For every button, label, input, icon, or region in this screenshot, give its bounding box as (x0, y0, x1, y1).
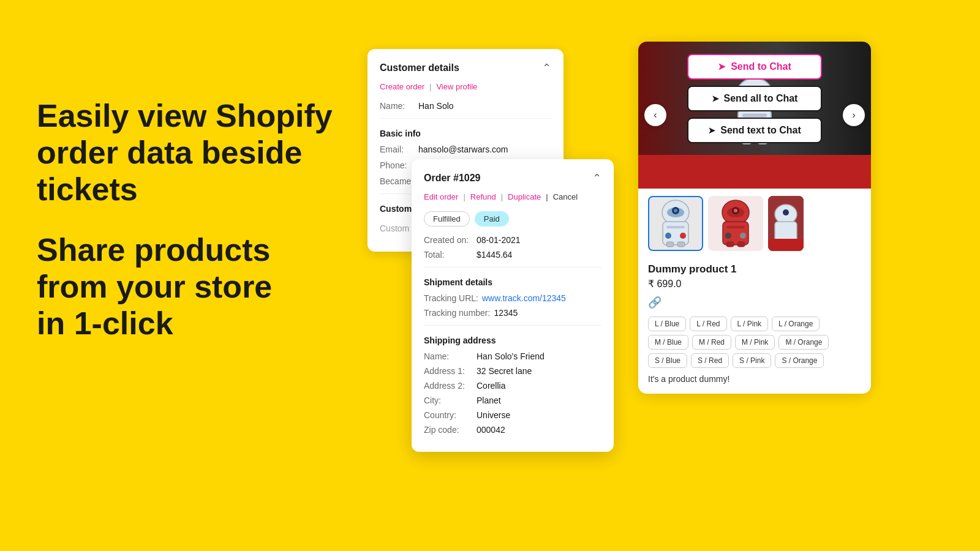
cancel-link[interactable]: Cancel (553, 192, 578, 201)
email-value: hansolo@starwars.com (418, 144, 508, 154)
customer-card-title: Customer details (380, 62, 459, 73)
thumb-r2d2-dark-svg (768, 196, 804, 251)
product-price: ₹ 699.0 (648, 278, 861, 290)
send-text-to-chat-button[interactable]: ➤ Send text to Chat (687, 118, 822, 143)
variant-tag[interactable]: S / Blue (648, 353, 687, 368)
product-card: ‹ › ➤ Send to Chat ➤ Send all to Chat ➤ … (638, 42, 871, 394)
email-label: Email: (380, 144, 413, 154)
address1-label: Address 1: (424, 366, 473, 376)
view-profile-link[interactable]: View profile (436, 82, 477, 91)
svg-point-16 (674, 209, 677, 212)
city-value: Planet (477, 395, 501, 405)
variant-tag[interactable]: L / Red (690, 317, 726, 331)
tracking-url-value[interactable]: www.track.com/12345 (482, 293, 566, 303)
svg-point-18 (665, 233, 671, 239)
card-divider-line (380, 118, 551, 119)
order-card-collapse-icon[interactable]: ⌃ (592, 171, 601, 185)
refund-link[interactable]: Refund (470, 192, 496, 201)
created-on-field: Created on: 08-01-2021 (424, 235, 601, 245)
red-floor (638, 155, 871, 189)
svg-rect-27 (726, 226, 745, 228)
country-value: Universe (477, 410, 510, 420)
country-label: Country: (424, 410, 473, 420)
send-to-chat-button[interactable]: ➤ Send to Chat (687, 54, 822, 80)
product-name: Dummy product 1 (648, 263, 861, 276)
customer-card-actions: Create order | View profile (380, 82, 551, 91)
total-field: Total: $1445.64 (424, 250, 601, 260)
duplicate-link[interactable]: Duplicate (508, 192, 541, 201)
product-thumbnails (638, 189, 871, 258)
send-all-icon: ➤ (712, 94, 719, 103)
created-value: 08-01-2021 (477, 235, 521, 245)
fulfilled-badge: Fulfilled (424, 211, 470, 227)
hero-text-block: Easily view Shopify order data beside ti… (37, 98, 333, 342)
ship-name-label: Name: (424, 351, 473, 361)
city-label: City: (424, 395, 473, 405)
variant-tag[interactable]: S / Pink (733, 353, 771, 368)
variant-tag[interactable]: M / Blue (648, 335, 688, 350)
variant-tag[interactable]: M / Orange (778, 335, 829, 350)
thumbnail-1[interactable] (648, 196, 703, 251)
tracking-url-field: Tracking URL: www.track.com/12345 (424, 293, 601, 303)
send-buttons-overlay: ➤ Send to Chat ➤ Send all to Chat ➤ Send… (638, 48, 871, 149)
svg-rect-21 (677, 242, 685, 247)
address1-field: Address 1: 32 Secret lane (424, 366, 601, 376)
variant-tag[interactable]: S / Orange (775, 353, 824, 368)
name-value: Han Solo (418, 101, 454, 111)
order-divider-1 (424, 267, 601, 268)
send-to-chat-icon: ➤ (718, 61, 726, 72)
svg-point-35 (783, 209, 789, 216)
shipment-section-title: Shipment details (424, 277, 601, 287)
shipping-section-title: Shipping address (424, 335, 601, 345)
send-text-icon: ➤ (708, 126, 715, 135)
svg-rect-17 (666, 226, 685, 228)
thumbnail-2[interactable] (708, 196, 763, 251)
city-field: City: Planet (424, 395, 601, 405)
variant-tag[interactable]: M / Pink (735, 335, 775, 350)
order-card-header: Order #1029 ⌃ (424, 171, 601, 185)
customer-card-header: Customer details ⌃ (380, 61, 551, 75)
customer-name-field: Name: Han Solo (380, 101, 551, 111)
address2-value: Corellia (477, 381, 505, 391)
became-label: Became (380, 176, 413, 186)
variant-tag[interactable]: L / Orange (772, 317, 820, 331)
svg-rect-30 (726, 242, 734, 247)
total-value: $1445.64 (477, 250, 512, 260)
svg-rect-31 (737, 242, 745, 247)
zip-field: Zip code: 000042 (424, 425, 601, 435)
created-label: Created on: (424, 235, 473, 245)
total-label: Total: (424, 250, 473, 260)
svg-point-26 (734, 209, 737, 212)
edit-order-link[interactable]: Edit order (424, 192, 458, 201)
zip-label: Zip code: (424, 425, 473, 435)
svg-rect-20 (666, 242, 674, 247)
variant-tag[interactable]: L / Pink (731, 317, 769, 331)
address1-value: 32 Secret lane (477, 366, 532, 376)
svg-rect-36 (768, 239, 804, 251)
address2-label: Address 2: (424, 381, 473, 391)
variant-tag[interactable]: M / Red (692, 335, 731, 350)
customer-email-field: Email: hansolo@starwars.com (380, 144, 551, 154)
variant-tag[interactable]: S / Red (691, 353, 729, 368)
product-link-icon[interactable]: 🔗 (648, 296, 861, 309)
hero-headline-1: Easily view Shopify order data beside ti… (37, 98, 333, 208)
product-info: Dummy product 1 ₹ 699.0 🔗 L / BlueL / Re… (638, 258, 871, 394)
create-order-link[interactable]: Create order (380, 82, 424, 91)
thumb-r2d2-white-svg (654, 199, 697, 248)
svg-point-19 (680, 233, 686, 239)
send-all-to-chat-button[interactable]: ➤ Send all to Chat (687, 86, 822, 111)
ship-name-field: Name: Han Solo's Friend (424, 351, 601, 361)
customer-card-collapse-icon[interactable]: ⌃ (542, 61, 551, 75)
paid-badge: Paid (475, 211, 509, 227)
thumb-r2d2-red-svg (714, 199, 757, 248)
order-card-actions: Edit order | Refund | Duplicate | Cancel (424, 192, 601, 201)
tracking-number-label: Tracking number: (424, 308, 490, 318)
variant-tags: L / BlueL / RedL / PinkL / OrangeM / Blu… (648, 317, 861, 368)
order-card-title: Order #1029 (424, 173, 481, 184)
country-field: Country: Universe (424, 410, 601, 420)
svg-rect-34 (775, 222, 797, 241)
thumbnail-3[interactable] (768, 196, 804, 251)
tracking-url-label: Tracking URL: (424, 293, 478, 303)
tracking-number-field: Tracking number: 12345 (424, 308, 601, 318)
variant-tag[interactable]: L / Blue (648, 317, 686, 331)
